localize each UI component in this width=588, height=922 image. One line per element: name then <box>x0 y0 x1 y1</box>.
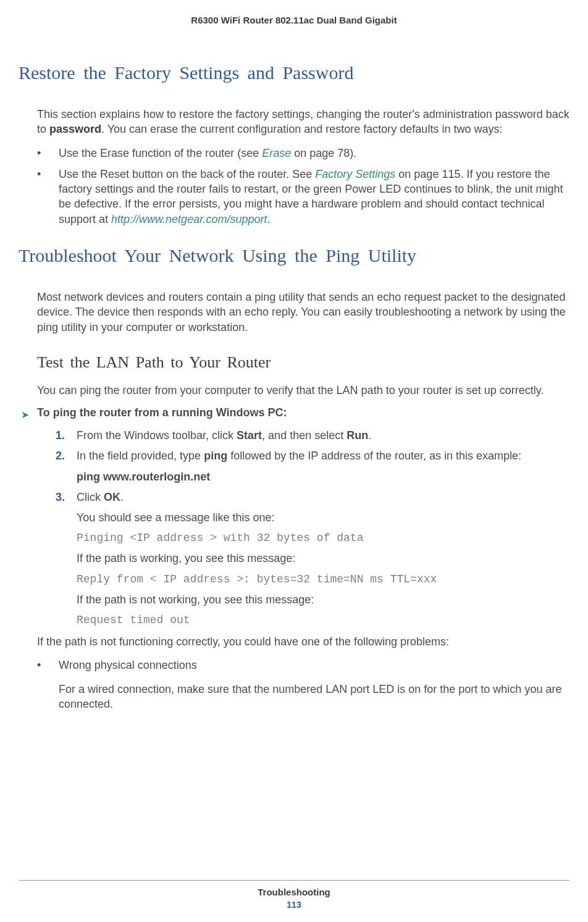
text: . <box>267 213 271 225</box>
section-heading-troubleshoot: Troubleshoot Your Network Using the Ping… <box>19 245 569 266</box>
procedure-heading: ➤ To ping the router from a running Wind… <box>37 406 569 419</box>
section-heading-restore: Restore the Factory Settings and Passwor… <box>19 62 569 83</box>
section1-intro: This section explains how to restore the… <box>37 107 569 137</box>
text: . <box>368 429 371 442</box>
procedure-title: To ping the router from a running Window… <box>37 406 287 419</box>
code-reply: Reply from < IP address >: bytes=32 time… <box>77 572 569 587</box>
text: From the Windows toolbar, click <box>77 429 237 442</box>
problem-text: For a wired connection, make sure that t… <box>59 682 569 712</box>
ping-example: ping www.routerlogin.net <box>77 471 210 483</box>
list-item: Use the Erase function of the router (se… <box>37 146 569 161</box>
text: Most network devices and routers contain… <box>37 290 569 335</box>
list-item: Use the Reset button on the back of the … <box>37 167 569 227</box>
text: If the path is not working, you see this… <box>77 592 569 608</box>
list-item: Wrong physical connections For a wired c… <box>37 658 569 711</box>
text: on page 78). <box>291 147 356 159</box>
problem-title: Wrong physical connections <box>59 658 569 673</box>
subsection-heading-lan-path: Test the LAN Path to Your Router <box>37 353 569 372</box>
text: You can ping the router from your comput… <box>37 383 569 398</box>
footer-chapter: Troubleshooting <box>19 887 569 897</box>
page-footer: Troubleshooting 113 <box>19 880 569 910</box>
bold-start: Start <box>237 429 262 442</box>
text: Use the Reset button on the back of the … <box>59 168 315 180</box>
link-factory-settings[interactable]: Factory Settings <box>315 168 395 180</box>
bold-password: password <box>49 123 101 135</box>
text: . You can erase the current configuratio… <box>101 123 502 135</box>
text: followed by the IP address of the router… <box>227 450 521 462</box>
step-1: From the Windows toolbar, click Start, a… <box>56 428 569 443</box>
bold-ok: OK <box>104 491 120 503</box>
subsection-intro: You can ping the router from your comput… <box>37 383 569 398</box>
link-erase[interactable]: Erase <box>262 147 291 159</box>
bold-ping: ping <box>204 450 227 462</box>
link-support-url[interactable]: http://www.netgear.com/support <box>111 213 267 225</box>
problems-intro: If the path is not functioning correctly… <box>37 634 569 649</box>
text: . <box>120 491 124 503</box>
text: If the path is working, you see this mes… <box>77 551 569 566</box>
text: In the field provided, type <box>77 450 204 462</box>
step-2: In the field provided, type ping followe… <box>56 448 569 484</box>
text: Use the Erase function of the router (se… <box>59 147 262 159</box>
bold-run: Run <box>346 429 368 442</box>
footer-page-number: 113 <box>19 900 569 910</box>
text: , and then select <box>262 429 346 442</box>
step-3: Click OK. You should see a message like … <box>56 490 569 628</box>
code-timeout: Request timed out <box>77 613 569 628</box>
text: Click <box>77 491 104 503</box>
page-content: Restore the Factory Settings and Passwor… <box>0 25 588 711</box>
page-header: R6300 WiFi Router 802.11ac Dual Band Gig… <box>0 0 588 25</box>
procedure-arrow-icon: ➤ <box>21 409 29 421</box>
text: If the path is not functioning correctly… <box>37 634 569 649</box>
text: You should see a message like this one: <box>77 510 569 526</box>
procedure-steps: From the Windows toolbar, click Start, a… <box>56 428 569 628</box>
section2-intro: Most network devices and routers contain… <box>37 290 569 335</box>
restore-bullet-list: Use the Erase function of the router (se… <box>37 146 569 227</box>
problems-list: Wrong physical connections For a wired c… <box>37 658 569 711</box>
code-pinging: Pinging <IP address > with 32 bytes of d… <box>77 530 569 546</box>
